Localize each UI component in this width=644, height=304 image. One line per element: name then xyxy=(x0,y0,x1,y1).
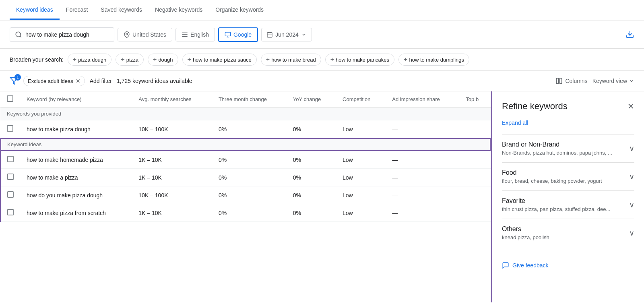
download-button[interactable] xyxy=(625,30,634,40)
table-row: how to make a pizza 1K – 10K 0% 0% Low — xyxy=(0,169,491,186)
broaden-chip-0[interactable]: + pizza dough xyxy=(68,54,111,66)
location-label: United States xyxy=(132,31,166,38)
table-row: how to make homemade pizza 1K – 10K 0% 0… xyxy=(0,151,491,169)
top-b-cell xyxy=(459,120,491,138)
refine-section-header-others[interactable]: Others knead pizza, poolish ∨ xyxy=(502,225,634,240)
chevron-down-icon: ∨ xyxy=(629,229,634,238)
avg-monthly-cell: 10K – 100K xyxy=(132,120,212,138)
checkbox[interactable] xyxy=(7,125,13,132)
tab-keyword-ideas[interactable]: Keyword ideas xyxy=(10,1,60,20)
ad-impression-cell: — xyxy=(386,169,459,186)
refine-section-subtitle-food: flour, bread, cheese, baking powder, yog… xyxy=(502,178,602,184)
broaden-row: Broaden your search: + pizza dough + piz… xyxy=(0,49,644,71)
refine-section-header-food[interactable]: Food flour, bread, cheese, baking powder… xyxy=(502,169,634,184)
chevron-down-icon xyxy=(301,32,307,37)
header-checkbox[interactable] xyxy=(7,95,13,102)
close-button[interactable]: ✕ xyxy=(627,101,634,111)
ad-impression-cell: — xyxy=(386,151,459,169)
chip-label-0: pizza dough xyxy=(78,57,106,63)
filter-badge-wrapper[interactable]: 1 xyxy=(10,77,19,85)
col-checkbox[interactable] xyxy=(0,91,20,108)
search-input-wrapper[interactable] xyxy=(10,27,114,42)
ideas-count-label: 1,725 keyword ideas available xyxy=(117,78,192,84)
date-pill[interactable]: Jun 2024 xyxy=(261,28,312,41)
yoy-cell: 0% xyxy=(287,204,336,222)
refine-section-header-brand[interactable]: Brand or Non-Brand Non-Brands, pizza hut… xyxy=(502,141,634,156)
checkbox[interactable] xyxy=(7,209,14,215)
plus-icon: + xyxy=(73,56,76,63)
table-row: how to make pizza from scratch 1K – 10K … xyxy=(0,204,491,222)
broaden-chip-1[interactable]: + pizza xyxy=(116,54,144,66)
chip-label-1: pizza xyxy=(126,57,138,63)
row-checkbox[interactable] xyxy=(0,120,20,138)
broaden-chip-4[interactable]: + how to make bread xyxy=(261,54,321,66)
refine-section-title-favorite: Favorite xyxy=(502,197,610,205)
language-pill[interactable]: English xyxy=(175,28,215,41)
competition-cell: Low xyxy=(336,186,386,204)
location-pill[interactable]: United States xyxy=(118,28,172,41)
three-month-cell: 0% xyxy=(212,169,287,186)
col-yoy: YoY change xyxy=(287,91,336,108)
tab-negative-keywords[interactable]: Negative keywords xyxy=(149,1,209,20)
row-checkbox[interactable] xyxy=(0,151,20,169)
table-section: Keyword (by relevance) Avg. monthly sear… xyxy=(0,91,491,302)
svg-rect-12 xyxy=(557,78,559,84)
network-pill[interactable]: Google xyxy=(218,27,258,42)
download-icon xyxy=(625,30,634,39)
three-month-cell: 0% xyxy=(212,151,287,169)
svg-point-0 xyxy=(16,32,21,37)
yoy-cell: 0% xyxy=(287,151,336,169)
row-checkbox[interactable] xyxy=(0,204,20,222)
checkbox[interactable] xyxy=(7,156,14,162)
network-label: Google xyxy=(233,31,252,38)
tab-saved-keywords[interactable]: Saved keywords xyxy=(94,1,149,20)
row-checkbox[interactable] xyxy=(0,186,20,204)
avg-monthly-cell: 1K – 10K xyxy=(132,169,212,186)
broaden-chip-3[interactable]: + how to make pizza sauce xyxy=(182,54,257,66)
plus-icon: + xyxy=(188,56,191,63)
three-month-cell: 0% xyxy=(212,204,287,222)
refine-header: Refine keywords ✕ xyxy=(502,101,634,112)
tab-forecast[interactable]: Forecast xyxy=(60,1,94,20)
expand-all-link[interactable]: Expand all xyxy=(502,120,634,126)
close-icon[interactable]: ✕ xyxy=(76,78,80,84)
plus-icon: + xyxy=(404,56,407,63)
top-b-cell xyxy=(459,204,491,222)
tab-organize-keywords[interactable]: Organize keywords xyxy=(209,1,270,20)
add-filter-button[interactable]: Add filter xyxy=(90,78,112,84)
keyword-cell: how to make homemade pizza xyxy=(20,151,132,169)
competition-cell: Low xyxy=(336,169,386,186)
row-checkbox[interactable] xyxy=(0,169,20,186)
broaden-chip-5[interactable]: + how to make pancakes xyxy=(325,54,394,66)
col-ad-impression: Ad impression share xyxy=(386,91,459,108)
keyword-view-button[interactable]: Keyword view xyxy=(592,78,634,84)
give-feedback-button[interactable]: Give feedback xyxy=(502,255,634,269)
refine-section-subtitle-others: knead pizza, poolish xyxy=(502,234,549,240)
checkbox[interactable] xyxy=(7,174,14,180)
broaden-chip-2[interactable]: + dough xyxy=(148,54,178,66)
svg-rect-3 xyxy=(225,32,230,36)
refine-section-title-brand: Brand or Non-Brand xyxy=(502,141,612,148)
search-input[interactable] xyxy=(25,31,106,38)
checkbox[interactable] xyxy=(7,191,14,198)
table-row: how to make pizza dough 10K – 100K 0% 0%… xyxy=(0,120,491,138)
svg-point-2 xyxy=(126,33,128,35)
top-b-cell xyxy=(459,186,491,204)
top-b-cell xyxy=(459,151,491,169)
columns-button[interactable]: Columns xyxy=(555,77,587,85)
yoy-cell: 0% xyxy=(287,186,336,204)
ad-impression-cell: — xyxy=(386,120,459,138)
col-keyword: Keyword (by relevance) xyxy=(20,91,132,108)
location-icon xyxy=(124,31,130,38)
keyword-cell: how to make a pizza xyxy=(20,169,132,186)
competition-cell: Low xyxy=(336,120,386,138)
chevron-down-icon: ∨ xyxy=(629,201,634,209)
feedback-icon xyxy=(502,262,509,269)
refine-section-header-favorite[interactable]: Favorite thin crust pizza, pan pizza, st… xyxy=(502,197,634,212)
broaden-chip-6[interactable]: + how to make dumplings xyxy=(398,54,469,66)
chip-label-6: how to make dumplings xyxy=(409,57,464,63)
search-icon xyxy=(15,31,22,38)
refine-section-food: Food flour, bread, cheese, baking powder… xyxy=(502,162,634,190)
col-three-month: Three month change xyxy=(212,91,287,108)
exclude-adult-pill[interactable]: Exclude adult ideas ✕ xyxy=(23,76,85,86)
